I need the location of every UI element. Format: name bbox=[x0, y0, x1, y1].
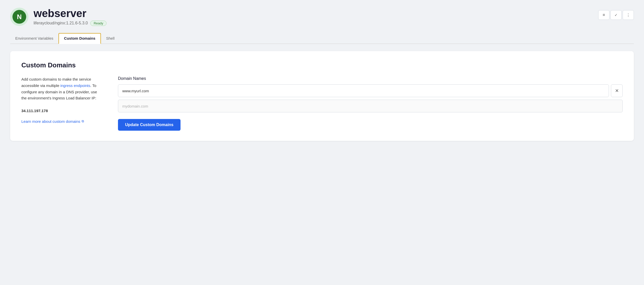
status-badge: Ready bbox=[90, 21, 107, 26]
learn-more-text: Learn more about custom domains bbox=[21, 119, 80, 124]
domain-row-2 bbox=[118, 100, 623, 112]
ingress-link[interactable]: ingress endpoints bbox=[60, 83, 90, 88]
tab-bar: Environment Variables Custom Domains She… bbox=[10, 33, 634, 44]
right-column: Domain Names ✕ Update Custom Domains bbox=[118, 76, 623, 131]
page-title: webserver bbox=[34, 8, 634, 19]
update-custom-domains-button[interactable]: Update Custom Domains bbox=[118, 119, 181, 131]
domain-row-1: ✕ bbox=[118, 84, 623, 97]
card-body: Add custom domains to make the service a… bbox=[21, 76, 623, 131]
card-title: Custom Domains bbox=[21, 61, 623, 69]
header-info: webserver liferaycloud/nginx:1.21.6-5.3.… bbox=[34, 8, 634, 26]
tab-environment-variables[interactable]: Environment Variables bbox=[10, 34, 58, 43]
ip-address: 34.111.197.178 bbox=[21, 109, 48, 113]
more-options-button[interactable]: ⋮ bbox=[623, 10, 634, 20]
chart-view-button[interactable]: ✓ bbox=[610, 10, 622, 20]
domain-names-label: Domain Names bbox=[118, 76, 623, 81]
list-view-button[interactable]: ≡ bbox=[598, 10, 609, 20]
remove-domain-button-1[interactable]: ✕ bbox=[611, 84, 623, 97]
external-link-icon: ⧉ bbox=[82, 119, 84, 123]
page-header: N webserver liferaycloud/nginx:1.21.6-5.… bbox=[10, 8, 634, 26]
left-column: Add custom domains to make the service a… bbox=[21, 76, 103, 124]
close-icon: ✕ bbox=[615, 88, 619, 94]
list-icon: ≡ bbox=[603, 13, 605, 17]
main-card: Custom Domains Add custom domains to mak… bbox=[10, 51, 634, 141]
image-version: liferaycloud/nginx:1.21.6-5.3.0 bbox=[34, 21, 88, 25]
more-icon: ⋮ bbox=[626, 13, 630, 18]
logo-icon: N bbox=[12, 10, 26, 24]
logo-circle: N bbox=[10, 8, 28, 26]
header-actions: ≡ ✓ ⋮ bbox=[598, 10, 634, 20]
chart-icon: ✓ bbox=[615, 13, 618, 17]
description-text: Add custom domains to make the service a… bbox=[21, 76, 103, 114]
tab-custom-domains[interactable]: Custom Domains bbox=[58, 33, 101, 44]
domain-input-1[interactable] bbox=[118, 84, 609, 97]
learn-more-link[interactable]: Learn more about custom domains ⧉ bbox=[21, 119, 84, 124]
tab-shell[interactable]: Shell bbox=[101, 34, 119, 43]
domain-input-2[interactable] bbox=[118, 100, 623, 112]
header-subtitle: liferaycloud/nginx:1.21.6-5.3.0 Ready bbox=[34, 21, 634, 26]
